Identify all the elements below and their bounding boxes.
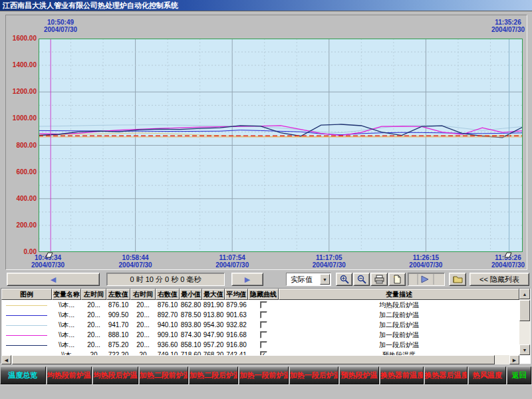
table-cell: 932.82 xyxy=(225,320,248,330)
legend-line xyxy=(6,335,47,336)
nav-button[interactable]: 加热一段前炉温 xyxy=(239,366,288,384)
chart-panel: 10:50:49 2004/07/30 11:35:26 2004/07/30 … xyxy=(5,15,527,270)
table-cell: \\本... xyxy=(52,340,81,350)
x-tick-label: 11:17:052004/07/30 xyxy=(299,254,359,269)
playback-control[interactable] xyxy=(408,273,445,286)
left-cursor-date: 2004/07/30 xyxy=(21,26,100,33)
nav-button[interactable]: 换热器前温度 xyxy=(380,366,424,384)
new-report-button[interactable] xyxy=(388,273,406,286)
right-cursor-date: 2004/07/30 xyxy=(468,26,532,33)
zoom-out-icon xyxy=(357,275,366,284)
table-cell: 940.10 xyxy=(156,320,180,330)
x-tick-label: 11:07:542004/07/30 xyxy=(202,254,262,269)
table-header-cell[interactable]: 右时间 xyxy=(130,289,156,300)
table-cell: 862.80 xyxy=(180,300,202,310)
cursor-flag-icon xyxy=(46,253,53,257)
scroll-right-arrow[interactable]: ▶ xyxy=(509,355,519,364)
scroll-down-arrow[interactable]: ▼ xyxy=(519,344,530,355)
table-cell xyxy=(1,310,52,320)
table-cell: 876.10 xyxy=(156,300,180,310)
variable-desc-cell: 加一段前炉温 xyxy=(279,330,519,340)
zoom-out-button[interactable] xyxy=(353,273,370,286)
hide-curve-checkbox[interactable] xyxy=(260,341,267,348)
table-vertical-scrollbar[interactable]: ▲ ▼ xyxy=(519,289,530,355)
vscroll-thumb[interactable] xyxy=(519,300,530,321)
table-cell: 20... xyxy=(81,330,106,340)
document-icon xyxy=(392,275,402,284)
time-span-field[interactable]: 0 时 10 分 0 秒 0 毫秒 xyxy=(106,273,225,286)
table-cell: 768.20 xyxy=(202,350,225,355)
table-cell: 876.10 xyxy=(106,300,130,310)
cursor-flag-icon xyxy=(505,253,511,257)
table-cell: \\本... xyxy=(52,330,81,340)
zoom-in-button[interactable] xyxy=(336,273,352,286)
export-button[interactable] xyxy=(449,273,466,286)
nav-button[interactable]: 加热二段后炉温 xyxy=(189,366,238,384)
table-cell: 954.30 xyxy=(202,320,225,330)
nav-button[interactable]: 加热一段后炉温 xyxy=(289,366,338,384)
table-header-cell[interactable]: 平均值 xyxy=(225,289,248,300)
nav-button[interactable]: 均热段前炉温 xyxy=(47,366,92,384)
nav-button[interactable]: 加热二段前炉温 xyxy=(139,366,188,384)
hide-list-button[interactable]: << 隐藏列表 xyxy=(469,273,529,286)
table-header-cell[interactable]: 最大值 xyxy=(202,289,225,300)
table-header-row: 图例变量名称左时间左数值右时间右数值最小值最大值平均值隐藏曲线变量描述 xyxy=(1,289,519,300)
table-header-cell[interactable]: 最小值 xyxy=(180,289,202,300)
table-header-cell[interactable]: 左时间 xyxy=(81,289,106,300)
scroll-left-arrow[interactable]: ◀ xyxy=(1,355,11,364)
table-cell: 947.90 xyxy=(202,330,225,340)
table-header-cell[interactable]: 变量名称 xyxy=(52,289,81,300)
scroll-right-button[interactable]: ▶ xyxy=(231,273,263,286)
table-header-cell[interactable]: 变量描述 xyxy=(279,289,519,300)
hide-curve-checkbox[interactable] xyxy=(260,321,267,329)
x-tick-date: 2004/07/30 xyxy=(202,261,262,269)
y-tick-label: 1000.00 xyxy=(6,114,37,122)
cursor-drag-handle[interactable] xyxy=(504,252,512,258)
hscroll-thumb[interactable] xyxy=(12,355,495,364)
table-row[interactable]: \\本...20...909.5020...892.70878.50913.80… xyxy=(1,310,519,320)
scroll-up-arrow[interactable]: ▲ xyxy=(519,289,530,299)
hide-curve-checkbox[interactable] xyxy=(260,311,267,319)
table-header-cell[interactable]: 图例 xyxy=(1,289,52,300)
chevron-down-icon[interactable]: ▼ xyxy=(320,274,330,285)
x-tick-date: 2004/07/30 xyxy=(299,261,359,269)
table-header-cell[interactable]: 右数值 xyxy=(156,289,180,300)
table-cell xyxy=(248,340,279,350)
zoom-in-icon xyxy=(340,275,349,284)
nav-button[interactable]: 均热段后炉温 xyxy=(92,366,138,384)
print-button[interactable] xyxy=(370,273,388,286)
table-cell: 941.70 xyxy=(106,320,130,330)
nav-button[interactable]: 返回 xyxy=(507,366,531,384)
table-row[interactable]: \\本20722.2020749.10718.60768.20742.41✓预热… xyxy=(1,350,519,355)
nav-button[interactable]: 预热段炉温 xyxy=(339,366,379,384)
table-cell: 901.63 xyxy=(225,310,248,320)
table-header-cell[interactable]: 隐藏曲线 xyxy=(248,289,279,300)
table-cell: 20... xyxy=(81,340,106,350)
x-tick-label: 10:58:442004/07/30 xyxy=(106,254,166,269)
table-header-cell[interactable]: 左数值 xyxy=(106,289,130,300)
table-horizontal-scrollbar[interactable]: ◀ ▶ xyxy=(1,355,519,364)
value-mode-dropdown[interactable]: 实际值 ▼ xyxy=(286,273,331,286)
trend-plot[interactable] xyxy=(39,39,523,252)
variable-desc-cell: 加一段后炉温 xyxy=(279,340,519,350)
nav-button[interactable]: 温度总览 xyxy=(0,366,46,384)
printer-icon xyxy=(374,275,384,284)
nav-button[interactable]: 热风温度 xyxy=(468,366,506,384)
table-row[interactable]: \\本...20...941.7020...940.10893.80954.30… xyxy=(1,320,519,330)
table-row[interactable]: \\本...20...876.1020...876.10862.80891.90… xyxy=(1,300,519,310)
table-cell xyxy=(248,330,279,340)
table-cell: 957.20 xyxy=(202,340,225,350)
table-cell xyxy=(1,320,52,330)
hide-curve-checkbox[interactable] xyxy=(260,331,267,338)
hide-curve-checkbox[interactable] xyxy=(260,301,267,309)
cursor-drag-handle[interactable] xyxy=(45,252,53,258)
left-cursor-timestamp: 10:50:49 2004/07/30 xyxy=(21,19,100,33)
table-cell: 20... xyxy=(81,300,106,310)
table-cell: 20... xyxy=(81,310,106,320)
table-cell xyxy=(1,300,52,310)
variable-desc-cell: 加二段前炉温 xyxy=(279,310,519,320)
table-row[interactable]: \\本...20...875.2020...936.60858.10957.20… xyxy=(1,340,519,350)
nav-button[interactable]: 换热器后温度 xyxy=(424,366,468,384)
scroll-left-button[interactable]: ◀ xyxy=(7,273,100,286)
table-row[interactable]: \\本...20...888.1020...909.10874.30947.90… xyxy=(1,330,519,340)
